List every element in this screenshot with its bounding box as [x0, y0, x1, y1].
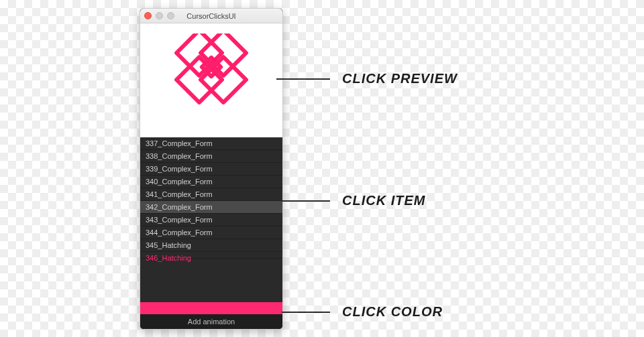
cursor-clicks-panel: CursorClicksUI 337_Complex_Form 338_Comp…	[140, 8, 283, 330]
click-item-list[interactable]: 337_Complex_Form 338_Complex_Form 339_Co…	[140, 137, 282, 302]
list-item-selected[interactable]: 342_Complex_Form	[140, 201, 282, 214]
close-icon[interactable]	[144, 12, 152, 19]
minimize-icon[interactable]	[156, 12, 163, 19]
list-item[interactable]: 341_Complex_Form	[140, 188, 282, 201]
callout-line	[282, 312, 330, 313]
callout-preview: CLICK PREVIEW	[276, 71, 458, 86]
zoom-icon[interactable]	[167, 12, 174, 19]
callout-item: CLICK ITEM	[282, 193, 425, 208]
add-animation-button[interactable]: Add animation	[140, 314, 282, 329]
list-item[interactable]: 340_Complex_Form	[140, 176, 282, 188]
list-item[interactable]: 344_Complex_Form	[140, 226, 282, 239]
callout-label: CLICK PREVIEW	[342, 71, 458, 86]
list-item[interactable]: 345_Hatching	[140, 239, 282, 252]
titlebar[interactable]: CursorClicksUI	[140, 9, 282, 23]
callout-label: CLICK ITEM	[342, 193, 425, 208]
callout-line	[282, 200, 330, 202]
callout-line	[276, 78, 330, 80]
traffic-lights	[144, 12, 174, 19]
list-item[interactable]: 338_Complex_Form	[140, 150, 282, 163]
click-color-swatch[interactable]	[140, 302, 282, 314]
callout-color: CLICK COLOR	[282, 304, 443, 320]
add-animation-label: Add animation	[188, 318, 235, 326]
window-title: CursorClicksUI	[186, 12, 235, 20]
list-item[interactable]: 339_Complex_Form	[140, 163, 282, 176]
preview-graphic-icon	[161, 33, 262, 127]
list-item[interactable]: 337_Complex_Form	[140, 137, 282, 150]
click-preview	[140, 23, 282, 137]
list-item[interactable]: 343_Complex_Form	[140, 214, 282, 226]
list-item[interactable]: 346_Hatching	[140, 252, 282, 259]
callout-label: CLICK COLOR	[342, 304, 443, 320]
